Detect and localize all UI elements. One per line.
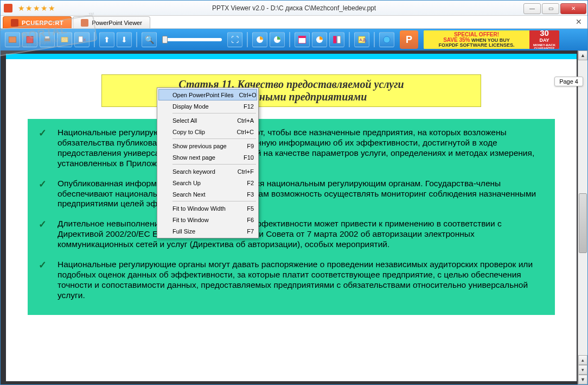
menu-item[interactable]: Copy to ClipCtrl+C [158,126,257,137]
menu-item-shortcut: F9 [247,143,254,149]
zoom-slider[interactable] [162,38,222,41]
menu-item-label: Fit to Window Width [172,205,241,212]
scroll-up-button[interactable]: ▲ [578,51,587,60]
tab-brand[interactable]: PCUERPC:RT [3,16,72,28]
fullscreen-button[interactable]: ⛶ [227,32,242,47]
menu-item-shortcut: F3 [247,191,254,198]
tab-viewer[interactable]: PowerPoint Viewer [73,16,150,28]
view-layout-1-button[interactable] [295,32,310,47]
tab-strip: PCUERPC:RT PowerPoint Viewer ✕ [1,16,587,29]
menu-item-shortcut: F7 [247,228,254,235]
toolbar: X ⬆ ⬇ 🔍 ⛶ Aあ P SPECIAL OFFER! SAVE 35% W… [1,29,587,51]
star-icon: ★ [41,4,48,12]
menu-item-label: Display Mode [172,103,238,110]
menu-item-shortcut: Ctrl+A [237,117,254,124]
maximize-button[interactable]: ▭ [542,3,559,14]
view-layout-3-button[interactable] [329,32,344,47]
menu-item[interactable]: Search UpF2 [158,177,257,188]
menu-item-label: Show next page [172,154,238,161]
star-icon: ★ [18,4,25,12]
tab-label: PowerPoint Viewer [92,20,142,26]
menu-item-label: Search keyword [172,168,232,175]
star-icon: ★ [48,4,55,12]
svg-rect-12 [333,36,336,43]
powerpoint-icon [11,19,18,27]
star-icon: ★ [33,4,40,12]
bullet-item: ✓ Национальные регулирующие органы обесп… [39,128,544,169]
menu-item-shortcut: F12 [244,103,254,110]
menu-item[interactable]: Fit to Window WidthF5 [158,203,257,214]
convert-pdf-button[interactable] [22,32,37,47]
menu-item-shortcut: F6 [247,217,254,223]
menu-item-shortcut: F5 [247,205,254,212]
menu-separator [172,138,256,139]
menu-item[interactable]: Open PowerPoint FilesCtrl+O [158,89,257,100]
slide-body: ✓ Национальные регулирующие органы обесп… [28,119,555,315]
menu-item-label: Show previous page [172,143,241,149]
menu-item[interactable]: Full SizeF7 [158,225,257,237]
rating-stars: ★ ★ ★ ★ ★ [18,4,55,12]
web-button[interactable] [379,32,394,47]
print-button[interactable] [40,32,55,47]
pie-chart-a-button[interactable] [252,32,267,47]
bullet-text: Длительное невыполнение предприятием цел… [57,219,544,250]
app-icon [4,4,12,12]
menu-item-shortcut: F10 [244,154,254,161]
language-button[interactable]: Aあ [354,32,369,47]
menu-item[interactable]: Search NextF3 [158,188,257,200]
export-button[interactable]: X [74,32,90,47]
minimize-button[interactable]: — [523,3,541,14]
context-menu: Open PowerPoint FilesCtrl+ODisplay ModeF… [157,87,259,238]
promo-app-icon[interactable]: P [400,30,418,49]
zoom-tool-button[interactable]: 🔍 [142,32,157,47]
vertical-scrollbar[interactable]: ▲ ▴ ▾ ▼ [578,51,587,384]
next-page-button[interactable]: ⬇ [117,32,132,47]
menu-item-label: Search Next [172,191,241,198]
bullet-text: Национальные регулирующие органы обеспеч… [57,128,544,169]
pie-chart-b-button[interactable] [270,32,285,47]
menu-item[interactable]: Show previous pageF9 [158,140,257,152]
scroll-page-down-button[interactable]: ▾ [578,365,587,375]
close-button[interactable]: ✕ [560,3,586,14]
bullet-item: ✓ Длительное невыполнение предприятием ц… [39,219,544,250]
menu-separator [172,164,256,165]
menu-item[interactable]: Fit to WindowF6 [158,214,257,225]
page-canvas: Статья 11. Качество предоставляемой услу… [6,54,577,381]
open-file-button[interactable] [5,32,20,47]
slider-thumb[interactable] [162,36,168,43]
app-window: ★ ★ ★ ★ ★ PPTX Viewer v2.0 - D:\С диска … [0,0,588,385]
scroll-page-up-button[interactable]: ▴ [578,355,587,365]
menu-item-label: Search Up [172,180,241,186]
scroll-track[interactable] [578,60,587,355]
svg-text:X: X [83,37,86,42]
svg-rect-3 [45,36,49,39]
promo-banner[interactable]: SPECIAL OFFER! SAVE 35% WHEN YOU BUY FOX… [424,30,559,49]
window-title: PPTX Viewer v2.0 - D:\С диска C\Mezhconf… [212,4,376,12]
check-icon: ✓ [39,219,47,250]
star-icon: ★ [25,4,33,12]
email-button[interactable] [57,32,72,47]
menu-item[interactable]: Select AllCtrl+A [158,115,257,126]
scroll-thumb[interactable] [579,193,587,253]
scroll-down-button[interactable]: ▼ [578,375,587,384]
menu-item-shortcut: F2 [247,180,254,186]
view-layout-2-button[interactable] [312,32,327,47]
close-tab-button[interactable]: ✕ [576,17,582,26]
menu-separator [172,113,256,113]
menu-item-shortcut: Ctrl+O [239,92,257,98]
menu-separator [172,201,256,201]
check-icon: ✓ [39,260,47,301]
prev-page-button[interactable]: ⬆ [99,32,114,47]
svg-rect-5 [79,36,83,42]
menu-item-shortcut: Ctrl+C [237,129,254,135]
menu-item-label: Fit to Window [172,217,241,223]
menu-item[interactable]: Search keywordCtrl+F [158,166,257,177]
svg-rect-4 [61,37,68,42]
menu-item-label: Copy to Clip [172,129,232,135]
check-icon: ✓ [39,179,47,210]
titlebar: ★ ★ ★ ★ ★ PPTX Viewer v2.0 - D:\С диска … [1,1,587,16]
svg-rect-2 [44,38,50,41]
menu-item[interactable]: Show next pageF10 [158,152,257,163]
svg-point-16 [384,36,390,43]
menu-item[interactable]: Display ModeF12 [158,100,257,112]
